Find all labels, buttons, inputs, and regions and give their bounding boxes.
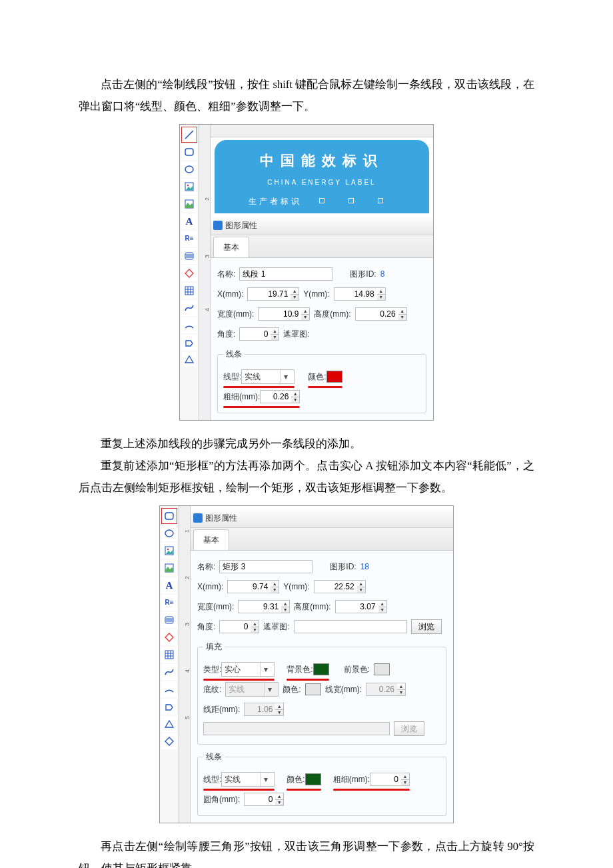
name-input[interactable] [239, 267, 332, 281]
y-input[interactable] [334, 287, 378, 301]
angle-input[interactable] [219, 620, 251, 633]
y-input[interactable] [314, 580, 358, 593]
thickness-spinner[interactable]: ▲▼ [401, 773, 410, 786]
x-input[interactable] [247, 287, 291, 301]
x-spinner[interactable]: ▲▼ [271, 580, 279, 593]
fill-group-legend: 填充 [203, 639, 225, 655]
text-tool-button[interactable]: A [181, 213, 197, 229]
fgcolor-swatch[interactable] [374, 663, 390, 675]
label-bgcolor: 背景色: [287, 661, 312, 677]
polygon-tool-button[interactable] [161, 699, 177, 715]
fill-path-input [203, 722, 390, 735]
corner-spinner[interactable]: ▲▼ [275, 793, 284, 806]
label-height: 高度(mm): [294, 599, 330, 615]
ellipse-tool-button[interactable] [161, 525, 177, 541]
line-tool-button[interactable] [181, 127, 197, 143]
panel-title-bar: 图形属性 [211, 216, 433, 235]
tab-basic[interactable]: 基本 [193, 529, 229, 550]
table-tool-button[interactable] [161, 647, 177, 663]
picture-tool-button[interactable] [161, 560, 177, 576]
barcode-tool-button[interactable] [181, 248, 197, 264]
fill-group: 填充 类型: 实心▾ 背景色: 前景 [197, 639, 446, 745]
line-group-legend: 线条 [223, 346, 245, 362]
stamp-tool-button[interactable] [181, 265, 197, 281]
svg-rect-8 [165, 513, 173, 519]
triangle-tool-button[interactable] [182, 352, 197, 367]
curve-tool-button[interactable] [181, 300, 197, 316]
line-color-swatch[interactable] [305, 773, 321, 785]
vertical-ruler: 2 3 4 [199, 125, 211, 420]
selection-handle[interactable] [319, 198, 324, 203]
bgcolor-swatch[interactable] [313, 663, 329, 675]
thickness-spinner[interactable]: ▲▼ [291, 390, 300, 403]
ellipse-tool-button[interactable] [181, 161, 197, 177]
tab-basic[interactable]: 基本 [213, 237, 249, 257]
label-mask: 遮罩图: [283, 326, 309, 342]
text-tool-button[interactable]: A [161, 577, 177, 593]
label-en-title: CHINA ENERGY LABEL [219, 176, 425, 189]
angle-spinner[interactable]: ▲▼ [251, 620, 259, 633]
y-spinner[interactable]: ▲▼ [357, 580, 366, 593]
line-group-legend: 线条 [203, 749, 225, 765]
linegap-spinner: ▲▼ [275, 703, 284, 716]
svg-point-4 [187, 185, 189, 187]
graphid-value: 8 [380, 266, 385, 282]
richtext-tool-button[interactable]: R≡ [181, 231, 197, 247]
height-spinner[interactable]: ▲▼ [398, 307, 407, 321]
angle-input[interactable] [239, 327, 271, 341]
image-tool-button[interactable] [161, 543, 177, 559]
width-spinner[interactable]: ▲▼ [301, 307, 310, 321]
y-spinner[interactable]: ▲▼ [377, 287, 386, 301]
height-spinner[interactable]: ▲▼ [378, 600, 387, 613]
corner-input[interactable] [244, 793, 276, 806]
width-input[interactable] [238, 600, 282, 613]
thickness-input[interactable] [260, 390, 292, 403]
name-input[interactable] [219, 560, 312, 573]
height-input[interactable] [335, 600, 379, 613]
arc-tool-button[interactable] [181, 317, 197, 333]
label-name: 名称: [217, 266, 235, 282]
svg-rect-1 [185, 149, 193, 155]
selection-handle[interactable] [348, 198, 354, 203]
richtext-tool-button[interactable]: R≡ [161, 595, 177, 611]
svg-point-9 [165, 530, 173, 537]
label-producer-row: 生产者标识 [219, 193, 425, 209]
filltype-select[interactable]: 实心▾ [221, 662, 275, 677]
label-linegap: 线距(mm): [203, 701, 240, 717]
selection-handle[interactable] [378, 198, 383, 203]
stamp-tool-button[interactable] [161, 629, 177, 645]
x-spinner[interactable]: ▲▼ [291, 287, 299, 301]
svg-line-0 [185, 131, 193, 139]
polygon-tool-button[interactable] [181, 335, 197, 351]
label-pattern-color: 颜色: [283, 681, 301, 697]
width-input[interactable] [258, 307, 302, 321]
angle-spinner[interactable]: ▲▼ [271, 327, 279, 341]
thickness-input[interactable] [370, 773, 402, 786]
label-x: X(mm): [217, 286, 243, 302]
width-spinner[interactable]: ▲▼ [281, 600, 290, 613]
document-page: 点击左侧的“绘制线段”按钮，按住 shift 键配合鼠标左键绘制一条线段，双击该… [0, 0, 613, 868]
table-tool-button[interactable] [181, 283, 197, 299]
height-input[interactable] [355, 307, 399, 321]
linetype-select[interactable]: 实线▾ [241, 369, 295, 384]
rounded-rect-tool-button[interactable] [181, 144, 197, 160]
image-tool-button[interactable] [181, 179, 197, 195]
picture-tool-button[interactable] [181, 196, 197, 212]
rounded-rect-tool-button[interactable] [161, 508, 177, 524]
svg-point-11 [167, 549, 169, 551]
x-input[interactable] [227, 580, 271, 593]
diamond-tool-button[interactable] [161, 733, 177, 749]
linetype-select[interactable]: 实线▾ [221, 772, 275, 787]
arc-tool-button[interactable] [161, 681, 177, 697]
color-swatch[interactable] [326, 371, 342, 383]
mask-input[interactable] [294, 620, 407, 633]
triangle-tool-button[interactable] [161, 716, 177, 732]
browse-button[interactable]: 浏览 [411, 619, 442, 634]
curve-tool-button[interactable] [161, 664, 177, 680]
label-color: 颜色: [308, 369, 326, 385]
panel-title: 图形属性 [205, 510, 237, 526]
barcode-tool-button[interactable] [161, 612, 177, 628]
paragraph-1: 点击左侧的“绘制线段”按钮，按住 shift 键配合鼠标左键绘制一条线段，双击该… [79, 73, 534, 117]
label-thickness: 粗细(mm): [333, 771, 370, 787]
form-body: 名称: 图形ID: 18 X(mm): ▲▼ Y(mm): ▲▼ 宽度(mm): [191, 551, 453, 823]
